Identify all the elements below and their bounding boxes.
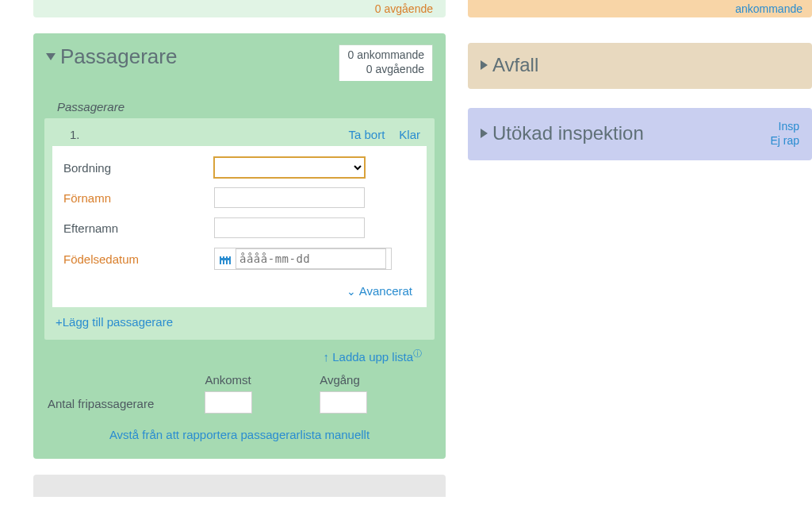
passenger-item-header: 1. Ta bort Klar xyxy=(52,125,427,146)
opt-out-link[interactable]: Avstå från att rapportera passagerarlist… xyxy=(109,428,370,441)
caret-right-icon xyxy=(481,60,488,70)
plus-icon: + xyxy=(56,315,63,329)
caret-down-icon xyxy=(46,53,56,60)
arrival-label: Ankomst xyxy=(205,373,320,387)
lastname-input[interactable] xyxy=(214,217,365,238)
boarding-label: Bordning xyxy=(63,161,214,175)
advanced-toggle[interactable]: Avancerat xyxy=(359,284,412,298)
free-passengers-label: Antal fripassagerare xyxy=(48,397,154,410)
remove-passenger-link[interactable]: Ta bort xyxy=(348,128,385,141)
caret-right-icon xyxy=(481,129,488,138)
boarding-select[interactable] xyxy=(214,157,365,178)
right-previous-sliver: ankommande xyxy=(468,0,812,17)
help-icon[interactable]: ⓘ xyxy=(413,348,422,360)
upload-list-label: Ladda upp lista xyxy=(332,350,413,364)
avfall-title: Avfall xyxy=(492,54,538,76)
passengers-panel: Passagerare 0 ankommande 0 avgående Pass… xyxy=(33,33,446,459)
firstname-input[interactable] xyxy=(214,187,365,208)
passengers-title: Passagerare xyxy=(60,44,177,69)
passengers-panel-header[interactable]: Passagerare 0 ankommande 0 avgående xyxy=(33,33,446,89)
dob-input[interactable] xyxy=(236,248,386,269)
passengers-subheading: Passagerare xyxy=(57,100,431,114)
next-panel-sliver xyxy=(33,475,446,497)
done-passenger-link[interactable]: Klar xyxy=(399,128,420,141)
badge-arriving: 0 ankommande xyxy=(347,48,424,63)
right-previous-link[interactable]: ankommande xyxy=(735,0,802,17)
chevron-down-icon: ⌄ xyxy=(347,285,356,298)
previous-panel-departing: 0 avgående xyxy=(375,0,433,17)
badge-departing: 0 avgående xyxy=(347,63,424,77)
free-departure-input[interactable] xyxy=(320,391,367,414)
passenger-form: Bordning Förnamn Efternamn Födel xyxy=(52,146,427,307)
inspection-line1: Insp xyxy=(770,119,799,133)
upload-icon: ↑ xyxy=(324,350,330,364)
upload-list-link[interactable]: ↑ Ladda upp listaⓘ xyxy=(324,350,422,364)
firstname-label: Förnamn xyxy=(63,191,214,205)
lastname-label: Efternamn xyxy=(63,221,214,235)
previous-panel-sliver: 0 avgående xyxy=(33,0,446,17)
add-passenger-link[interactable]: +Lägg till passagerare xyxy=(56,315,173,329)
passengers-count-badge: 0 ankommande 0 avgående xyxy=(339,44,433,81)
inspection-title: Utökad inspektion xyxy=(492,122,644,144)
inspection-status: Insp Ej rap xyxy=(770,119,799,148)
calendar-icon xyxy=(220,253,231,264)
passenger-list: 1. Ta bort Klar Bordning Förnamn xyxy=(44,118,435,340)
free-passengers-row: Antal fripassagerare Ankomst Avgång xyxy=(44,370,435,418)
free-arrival-input[interactable] xyxy=(205,391,252,414)
avfall-panel-header[interactable]: Avfall xyxy=(468,43,812,89)
inspection-line2: Ej rap xyxy=(770,133,799,148)
dob-label: Födelsedatum xyxy=(63,252,214,266)
inspection-panel-header[interactable]: Utökad inspektion Insp Ej rap xyxy=(468,108,812,160)
add-passenger-label: Lägg till passagerare xyxy=(63,315,173,329)
dob-field[interactable] xyxy=(214,248,392,270)
departure-label: Avgång xyxy=(320,373,435,387)
passenger-number: 1. xyxy=(70,128,80,141)
